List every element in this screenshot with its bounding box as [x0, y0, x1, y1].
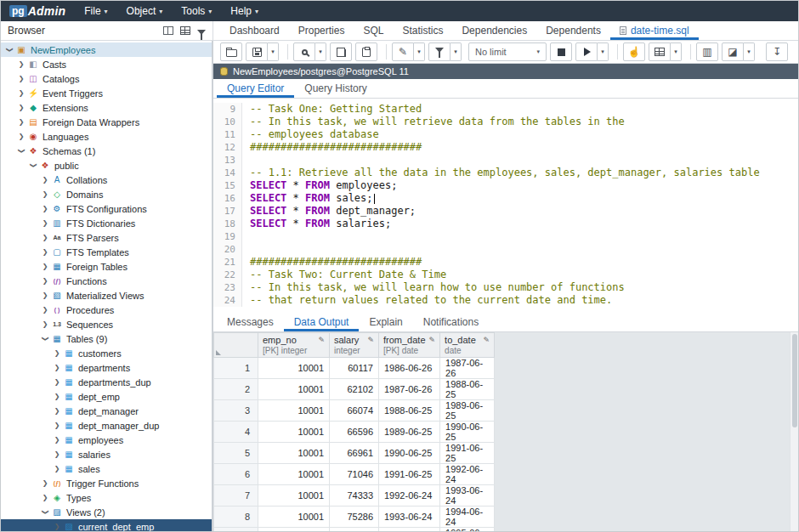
tab-data-output[interactable]: Data Output	[284, 313, 360, 331]
tab-dependents[interactable]: Dependents	[536, 21, 610, 40]
tree-item-employees[interactable]: ❯▦employees	[1, 433, 212, 447]
tree-item-foreign-data-wrappers[interactable]: ❯▤Foreign Data Wrappers	[1, 115, 212, 129]
tree-item-newemployees[interactable]: ❯▣NewEmployees	[1, 42, 212, 57]
tree-item-collations[interactable]: ❯ACollations	[1, 173, 212, 187]
tab-statistics[interactable]: Statistics	[393, 21, 452, 40]
expand-arrow-icon[interactable]: ❯	[52, 436, 62, 444]
tab-notifications[interactable]: Notifications	[413, 313, 489, 331]
menu-help[interactable]: Help▾	[230, 5, 258, 17]
tab-messages[interactable]: Messages	[217, 313, 284, 331]
tree-item-fts-configurations[interactable]: ❯⚙FTS Configurations	[1, 201, 212, 216]
grid-cell[interactable]: 10001	[258, 400, 330, 422]
grid-cell[interactable]: 10001	[258, 443, 330, 464]
filter-icon[interactable]	[197, 30, 206, 35]
row-number-cell[interactable]: 5	[214, 443, 258, 464]
expand-arrow-icon[interactable]: ❯	[52, 349, 62, 357]
grid-cell[interactable]: 1993-06-24	[440, 485, 495, 507]
sql-editor[interactable]: 9-- Task One: Getting Started10-- In thi…	[213, 99, 798, 313]
edit-column-icon[interactable]: ✎	[318, 336, 325, 344]
tree-item-event-triggers[interactable]: ❯⚡Event Triggers	[1, 86, 212, 100]
tab-sql[interactable]: SQL	[354, 21, 393, 40]
save-button-dropdown[interactable]: ▾	[268, 42, 279, 61]
grid-cell[interactable]: 1994-06-24	[440, 507, 495, 528]
grid-cell[interactable]: 1993-06-24	[379, 507, 440, 528]
save-data-button-dropdown[interactable]: ▾	[671, 42, 682, 61]
filter-button-dropdown[interactable]: ▾	[450, 42, 462, 61]
column-header-from-date[interactable]: from_date✎[PK] date	[379, 333, 440, 358]
grid-cell[interactable]: 1986-06-26	[379, 358, 440, 379]
expand-arrow-icon[interactable]: ❯	[16, 104, 26, 111]
filter-button[interactable]	[428, 42, 450, 61]
grid-cell[interactable]: 10001	[258, 422, 330, 443]
tree-item-views-2[interactable]: ❯▨Views (2)	[1, 505, 212, 519]
tab-dashboard[interactable]: Dashboard	[220, 21, 289, 40]
select-all-corner[interactable]	[214, 333, 258, 358]
expand-arrow-icon[interactable]: ❯	[40, 291, 50, 299]
menu-file[interactable]: File▾	[84, 5, 107, 17]
grid-cell[interactable]: 62102	[330, 379, 379, 400]
clear-button[interactable]: ◪	[722, 42, 744, 61]
save-data-button[interactable]	[649, 42, 671, 61]
tree-item-catalogs[interactable]: ❯◫Catalogs	[1, 71, 212, 86]
row-number-cell[interactable]: 1	[214, 358, 258, 379]
expand-arrow-icon[interactable]: ❯	[40, 248, 50, 256]
row-number-cell[interactable]: 4	[214, 422, 258, 443]
expand-arrow-icon[interactable]: ❯	[40, 219, 50, 227]
execute-button[interactable]	[575, 42, 598, 61]
grid-cell[interactable]: 1989-06-25	[379, 422, 440, 443]
grid-cell[interactable]: 74333	[330, 485, 379, 507]
open-file-button[interactable]	[220, 42, 242, 61]
grid-cell[interactable]: 1994-06-24	[379, 528, 440, 532]
expand-arrow-icon[interactable]: ❯	[16, 89, 26, 97]
tree-item-sequences[interactable]: ❯1.3Sequences	[1, 317, 212, 331]
grid-cell[interactable]: 10001	[258, 485, 330, 507]
tree-item-departments[interactable]: ❯▦departments	[1, 360, 212, 375]
column-header-to-date[interactable]: to_date✎date	[440, 333, 495, 358]
expand-arrow-icon[interactable]: ❯	[52, 450, 62, 458]
grid-cell[interactable]: 10001	[258, 379, 330, 400]
tree-item-public[interactable]: ❯❖public	[1, 158, 212, 173]
expand-arrow-icon[interactable]: ❯	[52, 422, 62, 429]
panels-icon[interactable]	[163, 26, 173, 35]
expand-arrow-icon[interactable]: ❯	[40, 190, 50, 198]
tree-item-fts-parsers[interactable]: ❯AaFTS Parsers	[1, 230, 212, 245]
grid-cell[interactable]: 75994	[330, 528, 379, 532]
grid-cell[interactable]: 10001	[258, 528, 330, 532]
commit-button[interactable]: ☝	[623, 42, 645, 61]
column-header-salary[interactable]: salary✎integer	[330, 333, 379, 358]
tree-item-departments-dup[interactable]: ❯▦departments_dup	[1, 375, 212, 389]
grid-cell[interactable]: 1988-06-25	[440, 379, 495, 400]
tree-item-functions[interactable]: ❯(ƒ)Functions	[1, 274, 212, 288]
tree-item-fts-dictionaries[interactable]: ❯▥FTS Dictionaries	[1, 216, 212, 230]
tree-item-sales[interactable]: ❯▦sales	[1, 461, 212, 476]
tab-properties[interactable]: Properties	[289, 21, 354, 40]
tab-query-editor[interactable]: Query Editor	[217, 79, 294, 98]
menu-tools[interactable]: Tools▾	[181, 5, 212, 17]
tree-item-salaries[interactable]: ❯▦salaries	[1, 447, 212, 461]
tree-item-casts[interactable]: ❯◧Casts	[1, 57, 212, 71]
expand-arrow-icon[interactable]: ❯	[52, 378, 62, 386]
edit-column-icon[interactable]: ✎	[367, 336, 374, 344]
grid-cell[interactable]: 1995-06-24	[440, 528, 495, 532]
scrollbar-thumb[interactable]	[792, 334, 797, 427]
expand-arrow-icon[interactable]: ❯	[16, 133, 26, 140]
grid-cell[interactable]: 75286	[330, 507, 379, 528]
expand-arrow-icon[interactable]: ❯	[40, 306, 50, 314]
tab-explain[interactable]: Explain	[359, 313, 412, 331]
collapse-arrow-icon[interactable]: ❯	[42, 507, 49, 518]
expand-arrow-icon[interactable]: ❯	[52, 393, 62, 400]
tree-item-fts-templates[interactable]: ❯▢FTS Templates	[1, 245, 212, 259]
grid-cell[interactable]: 10001	[258, 358, 330, 379]
edit-button-dropdown[interactable]: ▾	[414, 42, 425, 61]
expand-arrow-icon[interactable]: ❯	[40, 205, 50, 212]
expand-arrow-icon[interactable]: ❯	[52, 407, 62, 415]
menu-object[interactable]: Object▾	[127, 5, 163, 17]
tree-item-trigger-functions[interactable]: ❯(ƒ)Trigger Functions	[1, 476, 212, 490]
collapse-arrow-icon[interactable]: ❯	[18, 146, 26, 156]
expand-arrow-icon[interactable]: ❯	[40, 277, 50, 285]
tab-query-history[interactable]: Query History	[294, 79, 377, 98]
grid-icon[interactable]	[180, 26, 190, 35]
grid-cell[interactable]: 71046	[330, 464, 379, 485]
execute-button-dropdown[interactable]: ▾	[598, 42, 609, 61]
column-header-emp-no[interactable]: emp_no✎[PK] integer	[258, 333, 330, 358]
